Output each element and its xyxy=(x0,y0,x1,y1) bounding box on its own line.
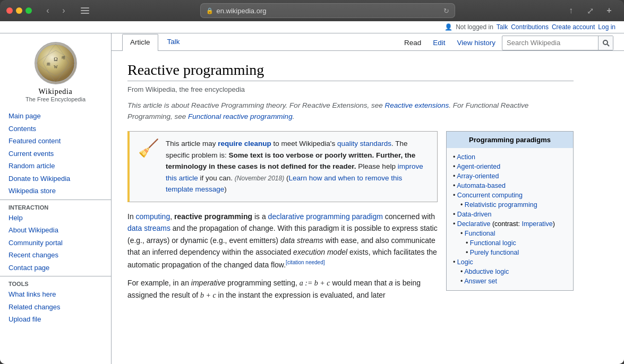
tools-section-title: Tools xyxy=(0,279,111,288)
not-logged-in-text: Not logged in xyxy=(456,23,493,31)
paradigm-functional-link[interactable]: Functional xyxy=(465,230,495,237)
sidebar-item-contents[interactable]: Contents xyxy=(0,123,111,135)
wiki-logo-title: Wikipedia xyxy=(8,88,102,96)
paradigm-declarative-link[interactable]: Declarative xyxy=(457,220,491,228)
sidebar-item-contact[interactable]: Contact page xyxy=(0,262,111,274)
cleanup-require-link[interactable]: require cleanup xyxy=(218,140,271,148)
sidebar-toggle-button[interactable] xyxy=(78,3,92,18)
search-input[interactable] xyxy=(502,39,598,47)
url-bar[interactable]: 🔒 en.wikipedia.org ↻ xyxy=(200,3,455,18)
share-button[interactable]: ↑ xyxy=(562,3,579,18)
article-para-1: In computing, reactive programming is a … xyxy=(127,211,438,271)
paradigm-array-link[interactable]: Array-oriented xyxy=(457,172,499,180)
tab-talk[interactable]: Talk xyxy=(159,33,188,50)
hatnote-text-3: . xyxy=(293,112,295,120)
article-text: 🧹 This article may require cleanup to me… xyxy=(127,131,438,301)
article-from-text: From Wikipedia, the free encyclopedia xyxy=(127,85,574,93)
svg-rect-1 xyxy=(81,10,89,11)
article-body: In computing, reactive programming is a … xyxy=(127,211,438,301)
sidebar-item-main-page[interactable]: Main page xyxy=(0,110,111,123)
list-item: Agent-oriented xyxy=(453,162,567,171)
article-main-content: 🧹 This article may require cleanup to me… xyxy=(127,131,574,301)
paradigm-logic-link[interactable]: Logic xyxy=(457,258,473,266)
fullscreen-button[interactable]: ⤢ xyxy=(582,3,599,18)
cleanup-text-4: if you can. xyxy=(198,174,235,182)
sidebar-item-recent-changes[interactable]: Recent changes xyxy=(0,249,111,262)
webpage: 👤 Not logged in Talk Contributions Creat… xyxy=(0,21,624,364)
close-button[interactable] xyxy=(6,7,13,14)
minimize-button[interactable] xyxy=(16,7,22,14)
wiki-search-bar xyxy=(502,36,613,50)
computing-link[interactable]: computing xyxy=(136,212,170,221)
tab-edit[interactable]: Edit xyxy=(428,36,450,50)
sidebar-item-donate[interactable]: Donate to Wikipedia xyxy=(0,172,111,185)
wiki-logo: Ω W 維 维 Wikipedia The Free Encyclopedia xyxy=(0,33,111,107)
paradigm-data-driven-link[interactable]: Data-driven xyxy=(457,211,492,218)
paradigm-action-link[interactable]: Action xyxy=(457,153,475,161)
cleanup-text-6: ) xyxy=(224,185,227,193)
hatnote-link-reactive-extensions[interactable]: Reactive extensions xyxy=(384,101,449,109)
sidebar-item-upload[interactable]: Upload file xyxy=(0,313,111,326)
paradigm-abductive-link[interactable]: Abductive logic xyxy=(464,268,509,275)
sidebar-item-help[interactable]: Help xyxy=(0,212,111,224)
declarative-paradigm-link[interactable]: declarative programming paradigm xyxy=(268,212,383,221)
citation-needed: [citation needed] xyxy=(286,259,324,265)
sidebar-item-featured[interactable]: Featured content xyxy=(0,135,111,148)
wiki-tabs-right: Read Edit View history xyxy=(399,36,613,50)
user-icon: 👤 xyxy=(445,23,452,31)
sidebar-item-related-changes[interactable]: Related changes xyxy=(0,301,111,314)
paradigms-title: Programming paradigms xyxy=(447,132,573,148)
svg-point-3 xyxy=(37,44,75,82)
paradigm-concurrent-link[interactable]: Concurrent computing xyxy=(457,192,523,199)
list-item: Concurrent computing xyxy=(453,190,567,200)
math-expression-2: b + c xyxy=(200,291,216,299)
toolbar-right: ↑ ⤢ + xyxy=(562,3,618,18)
paradigm-functional-logic-link[interactable]: Functional logic xyxy=(470,239,516,247)
forward-button[interactable]: › xyxy=(56,3,71,18)
cleanup-text-2: to meet Wikipedia's xyxy=(271,140,337,148)
sidebar-item-random[interactable]: Random article xyxy=(0,160,111,172)
sidebar-item-store[interactable]: Wikipedia store xyxy=(0,185,111,197)
paradigm-agent-link[interactable]: Agent-oriented xyxy=(457,163,500,170)
search-button[interactable] xyxy=(598,36,613,50)
tab-read[interactable]: Read xyxy=(399,36,426,50)
create-account-link[interactable]: Create account xyxy=(552,23,595,31)
article-hatnote: This article is about Reactive Programmi… xyxy=(127,100,574,123)
wiki-article: Reactive programming From Wikipedia, the… xyxy=(112,51,589,313)
back-button[interactable]: ‹ xyxy=(40,3,55,18)
paradigm-relativistic-link[interactable]: Relativistic programming xyxy=(465,201,537,209)
paradigm-imperative-link[interactable]: Imperative xyxy=(522,220,552,228)
wiki-content-area: Article Talk Read Edit View history xyxy=(112,33,624,364)
talk-link[interactable]: Talk xyxy=(497,23,508,31)
tab-view-history[interactable]: View history xyxy=(451,36,501,50)
cleanup-quality-link[interactable]: quality standards xyxy=(337,140,391,148)
sidebar-item-about[interactable]: About Wikipedia xyxy=(0,224,111,237)
hatnote-link-functional-reactive[interactable]: Functional reactive programming xyxy=(188,112,293,120)
contributions-link[interactable]: Contributions xyxy=(511,23,549,31)
hatnote-text-1: This article is about Reactive Programmi… xyxy=(127,101,384,109)
list-item: Array-oriented xyxy=(453,171,567,181)
wiki-topbar: 👤 Not logged in Talk Contributions Creat… xyxy=(0,21,624,33)
lock-icon: 🔒 xyxy=(206,7,213,14)
sidebar-item-current-events[interactable]: Current events xyxy=(0,148,111,160)
paradigm-answer-set-link[interactable]: Answer set xyxy=(464,278,497,285)
add-tab-button[interactable]: + xyxy=(601,3,618,18)
list-item: Relativistic programming xyxy=(453,200,567,210)
nav-buttons: ‹ › xyxy=(40,3,71,18)
reload-button[interactable]: ↻ xyxy=(443,7,449,15)
cleanup-box: 🧹 This article may require cleanup to me… xyxy=(127,131,438,202)
log-in-link[interactable]: Log in xyxy=(598,23,616,31)
svg-point-8 xyxy=(603,40,608,45)
wiki-tabs: Article Talk Read Edit View history xyxy=(112,33,624,51)
url-bar-container: 🔒 en.wikipedia.org ↻ xyxy=(105,3,550,18)
url-text: en.wikipedia.org xyxy=(217,7,267,15)
paradigm-automata-link[interactable]: Automata-based xyxy=(457,182,506,189)
sidebar-item-what-links[interactable]: What links here xyxy=(0,288,111,301)
sidebar-item-community[interactable]: Community portal xyxy=(0,237,111,249)
tab-article[interactable]: Article xyxy=(122,34,158,51)
sidebar-nav: Main page Contents Featured content Curr… xyxy=(0,107,111,329)
list-item: Declarative (contrast: Imperative) xyxy=(453,219,567,229)
paradigm-purely-functional-link[interactable]: Purely functional xyxy=(470,249,519,256)
maximize-button[interactable] xyxy=(25,7,32,14)
data-streams-link[interactable]: data streams xyxy=(127,224,170,232)
